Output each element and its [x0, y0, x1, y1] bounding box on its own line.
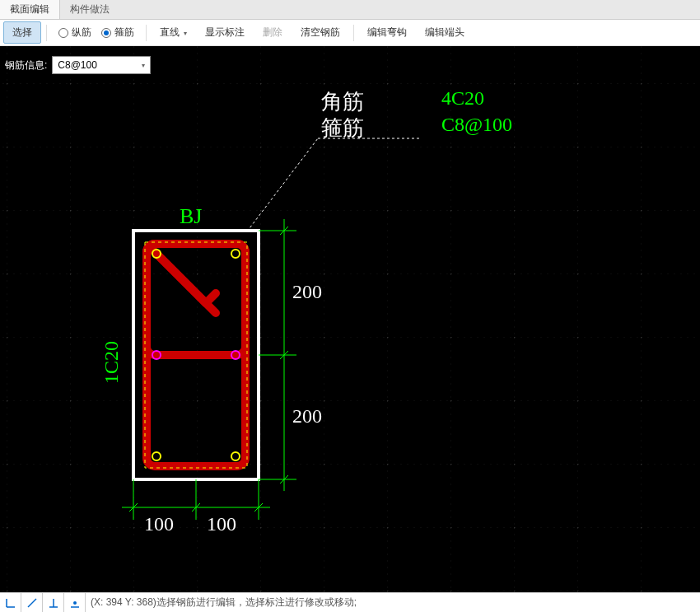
svg-point-16: [231, 452, 240, 460]
select-button[interactable]: 选择: [3, 21, 41, 44]
ortho-snap-icon[interactable]: [0, 593, 21, 612]
button-label: 直线: [160, 26, 180, 38]
separator: [146, 25, 147, 41]
annotation-stirrup-value[interactable]: C8@100: [441, 114, 512, 136]
dimension-100-right[interactable]: 100: [207, 513, 236, 535]
dimension-100-left[interactable]: 100: [144, 513, 174, 535]
dimension-200-top[interactable]: 200: [292, 281, 322, 303]
chevron-down-icon: ▾: [184, 30, 187, 37]
perpendicular-icon[interactable]: [43, 593, 64, 612]
rebar-info-input[interactable]: C8@100 ▾: [52, 56, 151, 74]
tab-component-method[interactable]: 构件做法: [60, 0, 119, 19]
radio-icon: [58, 28, 68, 38]
annotation-stirrup-label[interactable]: 箍筋: [321, 114, 364, 142]
annotation-corner-bar-value[interactable]: 4C20: [441, 87, 484, 110]
edit-hook-button[interactable]: 编辑弯钩: [359, 22, 415, 43]
drawing-canvas[interactable]: 钢筋信息: C8@100 ▾: [0, 46, 700, 592]
radio-stirrup[interactable]: 箍筋: [101, 26, 134, 40]
radio-icon: [101, 28, 111, 38]
svg-point-15: [152, 452, 161, 460]
status-bar: (X: 394 Y: 368)选择钢筋进行编辑，选择标注进行修改或移动;: [0, 592, 700, 612]
rebar-info-bar: 钢筋信息: C8@100 ▾: [5, 56, 151, 74]
svg-point-34: [73, 601, 77, 605]
annotation-bj-label[interactable]: BJ: [180, 204, 202, 229]
separator: [46, 25, 47, 41]
annotation-1c20-label[interactable]: 1C20: [100, 341, 123, 384]
radio-label: 纵筋: [72, 26, 91, 40]
rebar-type-radio-group: 纵筋 箍筋: [52, 26, 141, 40]
dimension-200-bottom[interactable]: 200: [292, 405, 322, 427]
svg-line-4: [247, 138, 318, 231]
line-tool-icon[interactable]: [21, 593, 43, 612]
rebar-info-label: 钢筋信息:: [5, 58, 47, 72]
tab-bar: 截面编辑 构件做法: [0, 0, 700, 20]
radio-longitudinal[interactable]: 纵筋: [58, 26, 91, 40]
delete-button[interactable]: 删除: [254, 22, 291, 43]
toolbar: 选择 纵筋 箍筋 直线 ▾ 显示标注 删除 清空钢筋 编辑弯钩 编辑端头: [0, 20, 700, 46]
tab-section-edit[interactable]: 截面编辑: [0, 0, 60, 19]
svg-line-11: [155, 252, 216, 313]
show-annotation-button[interactable]: 显示标注: [197, 22, 253, 43]
svg-point-14: [231, 250, 240, 258]
point-snap-icon[interactable]: [64, 593, 86, 612]
clear-rebar-button[interactable]: 清空钢筋: [292, 22, 348, 43]
straight-line-button[interactable]: 直线 ▾: [152, 22, 195, 43]
annotation-corner-bar-label[interactable]: 角筋: [321, 87, 364, 116]
status-icon-group: [0, 593, 86, 612]
status-text: (X: 394 Y: 368)选择钢筋进行编辑，选择标注进行修改或移动;: [86, 596, 357, 610]
rebar-info-value: C8@100: [58, 59, 97, 71]
svg-line-33: [28, 599, 36, 607]
edit-end-button[interactable]: 编辑端头: [417, 22, 473, 43]
radio-label: 箍筋: [114, 26, 134, 40]
chevron-down-icon: ▾: [142, 62, 145, 69]
separator: [353, 25, 354, 41]
